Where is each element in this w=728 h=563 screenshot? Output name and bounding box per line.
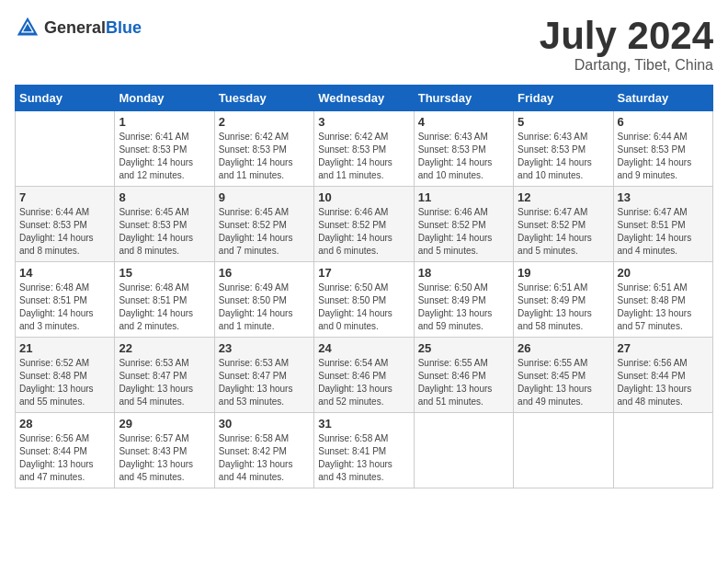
weekday-header: Monday [115, 86, 214, 111]
day-number: 31 [318, 417, 409, 431]
day-number: 3 [318, 115, 409, 129]
calendar-week-row: 1Sunrise: 6:41 AM Sunset: 8:53 PM Daylig… [16, 111, 713, 187]
cell-content: Sunrise: 6:45 AM Sunset: 8:53 PM Dayligh… [119, 206, 210, 258]
calendar-cell: 1Sunrise: 6:41 AM Sunset: 8:53 PM Daylig… [115, 111, 214, 187]
calendar-cell: 2Sunrise: 6:42 AM Sunset: 8:53 PM Daylig… [214, 111, 313, 187]
cell-content: Sunrise: 6:48 AM Sunset: 8:51 PM Dayligh… [119, 282, 210, 333]
cell-content: Sunrise: 6:55 AM Sunset: 8:46 PM Dayligh… [418, 357, 509, 408]
cell-content: Sunrise: 6:43 AM Sunset: 8:53 PM Dayligh… [518, 131, 609, 182]
day-number: 12 [518, 190, 609, 204]
calendar-cell: 15Sunrise: 6:48 AM Sunset: 8:51 PM Dayli… [115, 262, 214, 338]
cell-content: Sunrise: 6:50 AM Sunset: 8:49 PM Dayligh… [418, 282, 509, 333]
cell-content: Sunrise: 6:51 AM Sunset: 8:49 PM Dayligh… [518, 282, 609, 333]
cell-content: Sunrise: 6:47 AM Sunset: 8:52 PM Dayligh… [518, 206, 609, 258]
calendar-cell: 10Sunrise: 6:46 AM Sunset: 8:52 PM Dayli… [314, 187, 414, 262]
cell-content: Sunrise: 6:44 AM Sunset: 8:53 PM Dayligh… [19, 206, 110, 258]
cell-content: Sunrise: 6:43 AM Sunset: 8:53 PM Dayligh… [418, 131, 509, 182]
day-number: 4 [418, 115, 509, 129]
cell-content: Sunrise: 6:41 AM Sunset: 8:53 PM Dayligh… [119, 131, 210, 182]
calendar-cell: 25Sunrise: 6:55 AM Sunset: 8:46 PM Dayli… [414, 338, 513, 413]
day-number: 22 [119, 341, 210, 355]
day-number: 18 [418, 266, 509, 280]
cell-content: Sunrise: 6:58 AM Sunset: 8:42 PM Dayligh… [219, 432, 310, 484]
cell-content: Sunrise: 6:54 AM Sunset: 8:46 PM Dayligh… [318, 357, 409, 408]
calendar-cell [16, 111, 115, 187]
cell-content: Sunrise: 6:42 AM Sunset: 8:53 PM Dayligh… [219, 131, 310, 182]
day-number: 21 [19, 341, 110, 355]
cell-content: Sunrise: 6:53 AM Sunset: 8:47 PM Dayligh… [119, 357, 210, 408]
cell-content: Sunrise: 6:55 AM Sunset: 8:45 PM Dayligh… [518, 357, 609, 408]
calendar-cell: 26Sunrise: 6:55 AM Sunset: 8:45 PM Dayli… [514, 338, 613, 413]
calendar-cell: 21Sunrise: 6:52 AM Sunset: 8:48 PM Dayli… [16, 338, 115, 413]
day-number: 13 [618, 190, 709, 204]
day-number: 28 [19, 417, 110, 431]
weekday-header: Friday [514, 86, 613, 111]
cell-content: Sunrise: 6:51 AM Sunset: 8:48 PM Dayligh… [618, 282, 709, 333]
weekday-header: Sunday [16, 86, 115, 111]
calendar-cell: 20Sunrise: 6:51 AM Sunset: 8:48 PM Dayli… [613, 262, 712, 338]
calendar-body: 1Sunrise: 6:41 AM Sunset: 8:53 PM Daylig… [16, 111, 713, 488]
day-number: 14 [19, 266, 110, 280]
day-number: 11 [418, 190, 509, 204]
weekday-header: Saturday [613, 86, 712, 111]
day-number: 6 [618, 115, 709, 129]
day-number: 20 [618, 266, 709, 280]
calendar-week-row: 21Sunrise: 6:52 AM Sunset: 8:48 PM Dayli… [16, 338, 713, 413]
cell-content: Sunrise: 6:44 AM Sunset: 8:53 PM Dayligh… [618, 131, 709, 182]
calendar-cell: 14Sunrise: 6:48 AM Sunset: 8:51 PM Dayli… [16, 262, 115, 338]
cell-content: Sunrise: 6:46 AM Sunset: 8:52 PM Dayligh… [418, 206, 509, 258]
calendar-cell: 22Sunrise: 6:53 AM Sunset: 8:47 PM Dayli… [115, 338, 214, 413]
calendar-cell [613, 413, 712, 488]
calendar-cell: 3Sunrise: 6:42 AM Sunset: 8:53 PM Daylig… [314, 111, 414, 187]
calendar-cell: 12Sunrise: 6:47 AM Sunset: 8:52 PM Dayli… [514, 187, 613, 262]
day-number: 7 [19, 190, 110, 204]
calendar-cell: 4Sunrise: 6:43 AM Sunset: 8:53 PM Daylig… [414, 111, 513, 187]
month-year-title: July 2024 [540, 15, 713, 57]
calendar-cell: 31Sunrise: 6:58 AM Sunset: 8:41 PM Dayli… [314, 413, 414, 488]
day-number: 29 [119, 417, 210, 431]
cell-content: Sunrise: 6:46 AM Sunset: 8:52 PM Dayligh… [318, 206, 409, 258]
calendar-week-row: 28Sunrise: 6:56 AM Sunset: 8:44 PM Dayli… [16, 413, 713, 488]
calendar-cell: 27Sunrise: 6:56 AM Sunset: 8:44 PM Dayli… [613, 338, 712, 413]
calendar-cell: 5Sunrise: 6:43 AM Sunset: 8:53 PM Daylig… [514, 111, 613, 187]
cell-content: Sunrise: 6:50 AM Sunset: 8:50 PM Dayligh… [318, 282, 409, 333]
logo: GeneralBlue [15, 15, 142, 40]
calendar-table: SundayMondayTuesdayWednesdayThursdayFrid… [15, 85, 713, 488]
cell-content: Sunrise: 6:56 AM Sunset: 8:44 PM Dayligh… [618, 357, 709, 408]
day-number: 9 [219, 190, 310, 204]
location-subtitle: Dartang, Tibet, China [540, 57, 713, 74]
calendar-cell: 30Sunrise: 6:58 AM Sunset: 8:42 PM Dayli… [214, 413, 313, 488]
cell-content: Sunrise: 6:56 AM Sunset: 8:44 PM Dayligh… [19, 432, 110, 484]
calendar-header: SundayMondayTuesdayWednesdayThursdayFrid… [16, 86, 713, 111]
day-number: 25 [418, 341, 509, 355]
day-number: 16 [219, 266, 310, 280]
day-number: 19 [518, 266, 609, 280]
cell-content: Sunrise: 6:52 AM Sunset: 8:48 PM Dayligh… [19, 357, 110, 408]
calendar-cell: 11Sunrise: 6:46 AM Sunset: 8:52 PM Dayli… [414, 187, 513, 262]
day-number: 27 [618, 341, 709, 355]
day-number: 23 [219, 341, 310, 355]
calendar-cell: 24Sunrise: 6:54 AM Sunset: 8:46 PM Dayli… [314, 338, 414, 413]
calendar-cell [514, 413, 613, 488]
day-number: 2 [219, 115, 310, 129]
calendar-cell: 28Sunrise: 6:56 AM Sunset: 8:44 PM Dayli… [16, 413, 115, 488]
day-number: 26 [518, 341, 609, 355]
weekday-header: Tuesday [214, 86, 313, 111]
day-number: 24 [318, 341, 409, 355]
title-section: July 2024 Dartang, Tibet, China [540, 15, 713, 74]
day-number: 30 [219, 417, 310, 431]
day-number: 1 [119, 115, 210, 129]
calendar-cell: 17Sunrise: 6:50 AM Sunset: 8:50 PM Dayli… [314, 262, 414, 338]
cell-content: Sunrise: 6:42 AM Sunset: 8:53 PM Dayligh… [318, 131, 409, 182]
calendar-cell: 9Sunrise: 6:45 AM Sunset: 8:52 PM Daylig… [214, 187, 313, 262]
cell-content: Sunrise: 6:47 AM Sunset: 8:51 PM Dayligh… [618, 206, 709, 258]
logo-icon [15, 15, 40, 40]
calendar-cell: 29Sunrise: 6:57 AM Sunset: 8:43 PM Dayli… [115, 413, 214, 488]
calendar-cell: 19Sunrise: 6:51 AM Sunset: 8:49 PM Dayli… [514, 262, 613, 338]
calendar-cell [414, 413, 513, 488]
cell-content: Sunrise: 6:53 AM Sunset: 8:47 PM Dayligh… [219, 357, 310, 408]
cell-content: Sunrise: 6:49 AM Sunset: 8:50 PM Dayligh… [219, 282, 310, 333]
calendar-cell: 6Sunrise: 6:44 AM Sunset: 8:53 PM Daylig… [613, 111, 712, 187]
day-number: 10 [318, 190, 409, 204]
cell-content: Sunrise: 6:45 AM Sunset: 8:52 PM Dayligh… [219, 206, 310, 258]
